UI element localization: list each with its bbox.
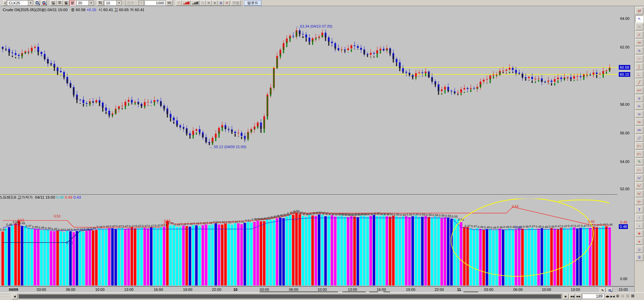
pointer-tool[interactable]: ↖ (635, 15, 643, 23)
scroll-left-icon[interactable]: ◀ (12, 294, 17, 299)
chart-scrollbar[interactable] (18, 294, 562, 299)
statusbar-grip[interactable] (1, 295, 10, 298)
period-count-combo[interactable]: 20 ▼ (76, 0, 94, 6)
overlay-candle-body (603, 74, 604, 78)
indicator-chart-canvas[interactable]: 0.440.480.500.490.470.460.460.450.450.44… (0, 199, 617, 292)
candle-check-icon[interactable]: ✓ (176, 0, 182, 6)
erase-one-tool[interactable]: ✓ (635, 31, 643, 38)
parallel-lines-tool[interactable]: ╱╱ (635, 135, 643, 142)
overlay-candle-body (558, 80, 559, 83)
line-wave-tool[interactable]: L∿ (635, 166, 643, 173)
spread-bar (582, 227, 585, 286)
volume-red-icon[interactable]: ▂▅▇ (182, 0, 191, 6)
overlay-candle-body (422, 76, 423, 76)
chevron-down-icon[interactable]: ▼ (88, 1, 93, 5)
trendline-tool[interactable]: ·─· (635, 55, 643, 62)
price-axis[interactable]: 64.0062.0058.0056.0054.0052.0060.5860.10… (617, 6, 634, 292)
spread-bar (198, 226, 201, 286)
page-left-button[interactable]: ◀◀ (569, 294, 575, 299)
overlay-candle-body (193, 135, 194, 138)
overlay-candle-body (12, 56, 13, 57)
highlighter-tool[interactable]: ✎ (635, 158, 643, 165)
overlay-candle-body (490, 78, 491, 83)
circle-marker-tool[interactable]: ● (635, 238, 643, 245)
candle-compare-tool[interactable]: ⇄ (635, 7, 643, 14)
overlay-candle-body (574, 80, 575, 81)
zoom-in-circle-icon[interactable]: ⊕ (615, 293, 620, 299)
volume-gray-icon[interactable]: ▂▅▇ (191, 0, 199, 6)
percent-line-tool[interactable]: % (635, 23, 643, 30)
symbol-combo[interactable]: CLK25 ▼ (7, 0, 33, 6)
grid-red-icon[interactable]: ⊞ (224, 0, 230, 6)
square-marker-tool[interactable]: ■ (635, 230, 643, 237)
updown-arrows-icon[interactable]: ↑↓ (200, 0, 206, 6)
pattern-e-tool[interactable]: E╱ (635, 182, 643, 189)
overlay-candle-body (551, 83, 552, 86)
toolbar-collapse-icon[interactable]: ◂ (3, 0, 6, 6)
page-right-button[interactable]: ▶▶ (576, 294, 581, 299)
candle-doc-icon[interactable]: ▥ (218, 0, 224, 6)
time-axis[interactable]: 04/0903:0006:0010:0013:0016:0019:0022:00… (0, 286, 634, 292)
diagonal-line-tool[interactable]: ╱ (635, 79, 643, 86)
smiley-marker-tool[interactable]: ☺ (635, 246, 643, 253)
arrow-up-tool[interactable]: ↑ (635, 214, 643, 221)
pattern-d-tool[interactable]: D╱ (635, 174, 643, 181)
fib-fan-tool[interactable]: f/e (635, 119, 643, 126)
fib-curve-tool[interactable]: f/f (635, 111, 643, 118)
bars-button[interactable]: 바 (166, 0, 173, 6)
overlay-candle-body (480, 84, 481, 88)
pattern-r-tool[interactable]: R╱ (635, 190, 643, 197)
scroll-right-icon[interactable]: ▶ (563, 294, 569, 299)
bar-count-input[interactable]: 189 (582, 294, 604, 299)
chevron-down-icon[interactable]: ▼ (28, 1, 33, 5)
vertical-line-tool[interactable]: │ (635, 63, 643, 70)
fib-timezone-tool[interactable]: f/L (635, 103, 643, 110)
overlay-candle-body (516, 73, 517, 74)
spread-bar (370, 216, 372, 286)
search-button[interactable] (34, 0, 40, 6)
zigzag-chart-tool[interactable]: ∿ (635, 47, 643, 54)
upload-button[interactable]: 업로드 (244, 0, 261, 6)
fib-retracement-tool[interactable]: ≡ (635, 95, 643, 102)
doc-d-icon[interactable]: D (206, 0, 212, 6)
spread-bar (495, 230, 498, 286)
elliott-wave-down-tool[interactable]: E∿ (635, 151, 643, 158)
scrollbar-thumb[interactable] (19, 295, 561, 298)
bars-count-input[interactable]: 1000 (145, 0, 165, 6)
capture-gray-icon[interactable]: ▣ (212, 0, 218, 6)
magnifier-icon[interactable] (607, 288, 613, 293)
overlay-candle-body (106, 111, 107, 114)
quote-note-tool[interactable]: Q= (635, 198, 643, 205)
number-marker-tool[interactable]: ① (635, 254, 643, 261)
elliott-wave-up-tool[interactable]: E∿ (635, 142, 643, 149)
period-button-월[interactable]: 월 (63, 0, 69, 6)
pencil-icon[interactable]: ✎ (600, 288, 606, 293)
overlay-candle-body (92, 102, 93, 103)
period-button-분[interactable]: 분 (69, 0, 76, 6)
overlay-candle-body (286, 42, 287, 47)
search-back-button[interactable] (41, 0, 47, 6)
erase-all-tool[interactable]: All (635, 39, 643, 46)
time-axis-label: 11 (457, 288, 461, 292)
price-chart-canvas[interactable] (0, 12, 617, 194)
text-tool[interactable]: T (635, 206, 643, 213)
overlay-candle-body (470, 90, 471, 92)
period-button-일[interactable]: 일 (50, 0, 56, 6)
candle-body (451, 91, 452, 91)
expand-bars-icon[interactable]: ◀▶ (605, 294, 610, 299)
arrow-down-tool[interactable]: ↓ (635, 222, 643, 229)
tick-count-combo[interactable]: 10 ▼ (104, 0, 122, 6)
toolbar-grip[interactable] (1, 1, 2, 5)
fib-range-tool[interactable]: f/R (635, 127, 643, 134)
overlay-candle-body (270, 88, 271, 96)
period-button-주[interactable]: 주 (56, 0, 63, 6)
fit-bars-icon[interactable]: ▶◀ (610, 294, 615, 299)
chevron-down-icon[interactable]: ▼ (116, 1, 121, 5)
candle-body (505, 70, 507, 71)
overlay-candle-body (609, 68, 610, 72)
angle-line-tool[interactable]: ∟ (635, 71, 643, 78)
tick-button[interactable]: 틱 (97, 0, 104, 6)
spread-bar (473, 229, 475, 286)
close-box-icon[interactable]: ⊠ (630, 293, 635, 299)
text-line-tool[interactable]: A/T (635, 87, 643, 94)
